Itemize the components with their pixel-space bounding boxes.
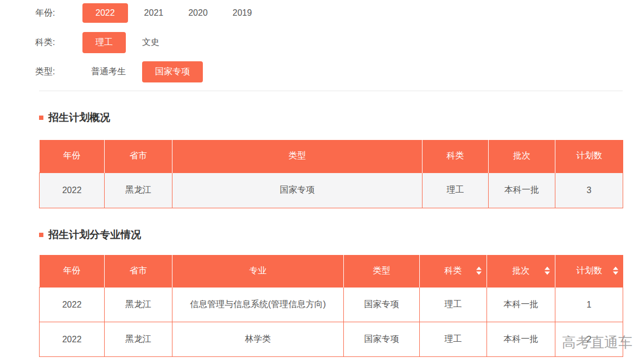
cell-plan-count: 3	[555, 173, 623, 208]
overview-title-text: 招生计划概况	[48, 111, 110, 125]
column-header-plan-count-sortable[interactable]: 计划数	[555, 255, 623, 288]
filter-label-subject: 科类:	[35, 37, 82, 48]
column-header-subject: 科类	[423, 140, 489, 173]
filter-panel: 年份: 2022 2021 2020 2019 科类: 理工 文史 类型: 普通…	[0, 0, 640, 82]
section-bullet-icon	[39, 233, 43, 237]
major-title-text: 招生计划分专业情况	[48, 228, 141, 242]
filter-option-subject-liberal[interactable]: 文史	[133, 37, 168, 48]
column-header-type: 类型	[172, 140, 423, 173]
column-header-batch: 批次	[489, 140, 555, 173]
section-bullet-icon	[39, 116, 43, 120]
column-header-batch-sortable[interactable]: 批次	[487, 255, 555, 288]
column-header-type: 类型	[344, 255, 420, 288]
column-header-batch-label: 批次	[513, 266, 530, 275]
cell-type: 国家专项	[344, 288, 420, 322]
cell-major: 林学类	[172, 322, 344, 357]
cell-year: 2022	[40, 322, 105, 357]
table-row: 2022 黑龙江 信息管理与信息系统(管理信息方向) 国家专项 理工 本科一批 …	[40, 288, 623, 322]
sort-icon	[545, 267, 550, 275]
cell-batch: 本科一批	[489, 173, 555, 208]
overview-header-row: 年份 省市 类型 科类 批次 计划数	[40, 140, 623, 173]
column-header-province: 省市	[105, 255, 172, 288]
cell-year: 2022	[40, 173, 105, 208]
filter-option-year-2022[interactable]: 2022	[82, 3, 128, 23]
column-header-year: 年份	[40, 140, 105, 173]
cell-province: 黑龙江	[105, 173, 172, 208]
column-header-subject-label: 科类	[445, 266, 462, 275]
cell-major: 信息管理与信息系统(管理信息方向)	[172, 288, 344, 322]
filter-label-year: 年份:	[35, 8, 82, 19]
column-header-province: 省市	[105, 140, 172, 173]
table-row: 2022 黑龙江 国家专项 理工 本科一批 3	[40, 173, 623, 208]
filter-option-year-2019[interactable]: 2019	[224, 8, 261, 18]
sort-icon	[476, 267, 482, 275]
cell-batch: 本科一批	[487, 322, 555, 357]
divider	[39, 91, 623, 91]
filter-option-type-national[interactable]: 国家专项	[142, 61, 203, 82]
cell-batch: 本科一批	[487, 288, 555, 322]
column-header-plan-count-label: 计划数	[576, 266, 602, 275]
cell-plan-count: 1	[555, 288, 623, 322]
overview-section-title: 招生计划概况	[39, 111, 640, 125]
filter-option-year-2021[interactable]: 2021	[136, 8, 172, 18]
column-header-year: 年份	[40, 255, 105, 288]
cell-subject: 理工	[423, 173, 489, 208]
filter-option-type-regular[interactable]: 普通考生	[82, 66, 135, 78]
cell-province: 黑龙江	[105, 322, 172, 357]
cell-subject: 理工	[420, 322, 487, 357]
column-header-subject-sortable[interactable]: 科类	[420, 255, 487, 288]
major-section-title: 招生计划分专业情况	[39, 228, 640, 242]
filter-row-type: 类型: 普通考生 国家专项	[35, 61, 640, 82]
column-header-plan-count: 计划数	[555, 140, 623, 173]
cell-subject: 理工	[420, 288, 487, 322]
filter-row-subject: 科类: 理工 文史	[35, 32, 640, 53]
cell-type: 国家专项	[172, 173, 423, 208]
filter-label-type: 类型:	[35, 66, 82, 78]
cell-plan-count: 2	[555, 322, 623, 357]
major-header-row: 年份 省市 专业 类型 科类 批次 计划数	[40, 255, 623, 288]
filter-row-year: 年份: 2022 2021 2020 2019	[35, 3, 640, 23]
table-row: 2022 黑龙江 林学类 国家专项 理工 本科一批 2	[40, 322, 623, 357]
overview-table: 年份 省市 类型 科类 批次 计划数 2022 黑龙江 国家专项 理工 本科一批…	[39, 140, 623, 208]
column-header-major: 专业	[172, 255, 344, 288]
filter-option-year-2020[interactable]: 2020	[180, 8, 216, 18]
cell-province: 黑龙江	[105, 288, 172, 322]
cell-type: 国家专项	[344, 322, 420, 357]
cell-year: 2022	[40, 288, 105, 322]
major-table: 年份 省市 专业 类型 科类 批次 计划数 2022 黑龙江 信息管理与信息系统…	[39, 255, 623, 357]
filter-option-subject-science[interactable]: 理工	[82, 32, 126, 53]
sort-icon	[613, 267, 618, 275]
